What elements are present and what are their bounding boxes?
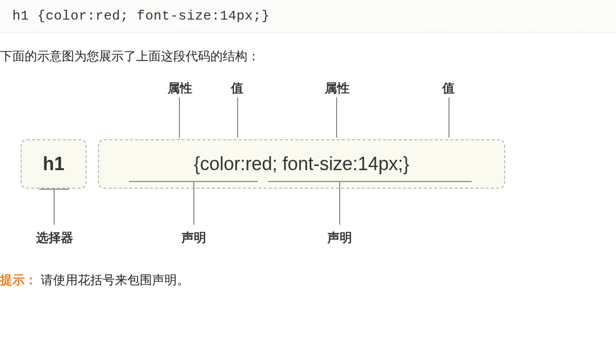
tip-label: 提示：	[0, 273, 37, 287]
connector-line	[336, 97, 337, 138]
connector-line	[54, 189, 55, 225]
description-text: 下面的示意图为您展示了上面这段代码的结构：	[0, 32, 616, 80]
connector-line	[339, 181, 340, 225]
underline-decl-2	[268, 181, 472, 182]
label-value-2: 值	[442, 80, 455, 96]
label-declaration-2: 声明	[327, 229, 352, 246]
connector-line	[39, 189, 69, 190]
connector-line	[179, 97, 180, 138]
connector-line	[448, 97, 449, 138]
tip: 提示： 请使用花括号来包围声明。	[0, 272, 616, 288]
label-declaration-1: 声明	[181, 229, 206, 246]
label-property-2: 属性	[325, 80, 349, 96]
selector-box: h1	[21, 139, 87, 189]
connector-line	[237, 97, 238, 138]
code-block: h1 {color:red; font-size:14px;}	[0, 0, 616, 32]
connector-line	[193, 181, 194, 225]
declaration-text: {color:red; font-size:14px;}	[194, 153, 409, 175]
label-selector: 选择器	[36, 229, 73, 246]
label-property-1: 属性	[168, 80, 192, 96]
tip-text: 请使用花括号来包围声明。	[41, 273, 189, 287]
selector-text: h1	[43, 153, 64, 175]
diagram: 属性 值 属性 值 h1 {color:red; font-size:14px;…	[21, 80, 521, 266]
label-value-1: 值	[231, 80, 243, 96]
